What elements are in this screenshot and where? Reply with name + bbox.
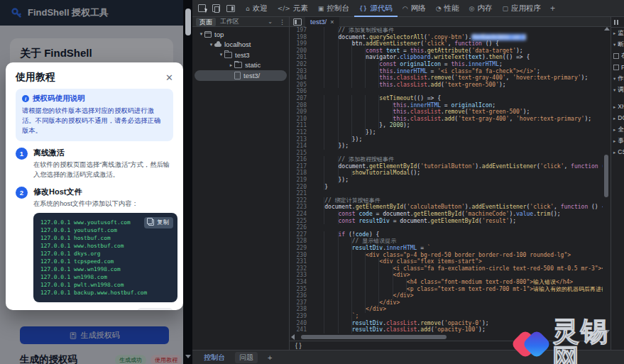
- line-number[interactable]: 207: [290, 95, 311, 102]
- hscrollbar-thumb[interactable]: [301, 335, 447, 339]
- devtools-tab-控制台[interactable]: ▣控制台: [313, 0, 354, 17]
- pause-icon[interactable]: [614, 20, 615, 25]
- devtools-tab-网络[interactable]: ◠网络: [398, 0, 431, 17]
- tree-item-localhost[interactable]: ▾localhost: [195, 40, 287, 50]
- line-number[interactable]: 239: [290, 313, 311, 320]
- scroll-up-icon[interactable]: [604, 27, 610, 31]
- line-number[interactable]: 216: [290, 156, 311, 163]
- sidebar-section-调用堆栈[interactable]: ▾调用堆栈: [611, 84, 624, 96]
- line-number[interactable]: 202: [290, 61, 311, 68]
- line-number[interactable]: 210: [290, 116, 311, 123]
- line-number[interactable]: 218: [290, 170, 311, 177]
- line-number[interactable]: 213: [290, 136, 311, 143]
- navigator-tab-page[interactable]: 页面: [196, 18, 216, 26]
- chevron-right-icon[interactable]: ▸: [613, 127, 615, 133]
- device-toolbar-icon[interactable]: [212, 4, 220, 12]
- devtools-tab-源代码[interactable]: {}源代码: [354, 0, 398, 17]
- more-tabs-button[interactable]: +: [546, 4, 559, 13]
- chevron-right-icon[interactable]: ▸: [613, 150, 615, 155]
- line-number[interactable]: 234: [290, 279, 311, 286]
- scroll-left-icon[interactable]: [291, 334, 295, 340]
- inspect-icon[interactable]: [198, 4, 206, 12]
- chevron-down-icon[interactable]: ▾: [613, 76, 615, 82]
- tree-item-static[interactable]: ▸static: [195, 60, 287, 71]
- sidebar-section-DOM 断点[interactable]: ▸DOM 断点: [611, 113, 624, 124]
- line-number[interactable]: 227: [290, 231, 311, 238]
- line-number[interactable]: 197: [290, 27, 311, 34]
- close-button[interactable]: 关闭: [137, 308, 173, 310]
- chevron-right-icon[interactable]: ▸: [613, 104, 615, 110]
- sidebar-section-事件监听器断点[interactable]: ▸事件监听器断点: [611, 136, 624, 147]
- line-number[interactable]: 221: [290, 190, 311, 197]
- close-icon[interactable]: ✕: [165, 73, 173, 82]
- tree-item-test3[interactable]: ▾test3: [195, 50, 287, 60]
- chevron-down-icon[interactable]: ▾: [208, 42, 214, 48]
- chevron-right-icon[interactable]: ▸: [613, 138, 615, 144]
- devtools-tab-应用程序[interactable]: ▢应用程序: [497, 0, 546, 17]
- close-tab-icon[interactable]: ×: [330, 18, 334, 26]
- page-scrollbar-thumb[interactable]: [185, 9, 191, 35]
- line-number[interactable]: 209: [290, 109, 311, 116]
- sidebar-section-Pause on caught exceptions[interactable]: Pause on caught exceptions: [611, 62, 624, 73]
- sidebar-section-作用域[interactable]: ▾作用域: [611, 73, 624, 84]
- line-number[interactable]: 236: [290, 292, 311, 299]
- chevron-down-icon[interactable]: ⌄: [268, 18, 273, 25]
- file-tab-test3[interactable]: test3/ ×: [305, 17, 339, 27]
- line-number[interactable]: 204: [290, 75, 311, 82]
- checkbox[interactable]: [613, 53, 619, 59]
- copy-button[interactable]: 复制: [144, 217, 173, 228]
- line-number[interactable]: 229: [290, 245, 311, 252]
- line-number[interactable]: 226: [290, 224, 311, 231]
- tree-item-top[interactable]: ▾top: [195, 29, 287, 40]
- line-number[interactable]: 200: [290, 48, 311, 55]
- chevron-right-icon[interactable]: ▸: [613, 31, 615, 36]
- drawer-more-button[interactable]: +: [268, 353, 272, 362]
- vscrollbar-thumb[interactable]: [604, 155, 608, 197]
- chevron-down-icon[interactable]: ▾: [218, 52, 224, 57]
- line-number[interactable]: 232: [290, 265, 311, 272]
- line-number[interactable]: 201: [290, 54, 311, 61]
- sidebar-section-CSP 违规断点[interactable]: ▸CSP 违规断点: [611, 147, 624, 158]
- line-number[interactable]: 220: [290, 184, 311, 191]
- sidebar-section-在未捕获的异常处暂停[interactable]: 在未捕获的异常处暂停: [611, 50, 624, 62]
- chevron-down-icon[interactable]: ▾: [613, 42, 615, 48]
- line-number[interactable]: 230: [290, 252, 311, 259]
- line-number[interactable]: 217: [290, 163, 311, 170]
- sidebar-section-断点[interactable]: ▾断点: [611, 39, 624, 50]
- line-number[interactable]: 205: [290, 82, 311, 89]
- line-number[interactable]: 215: [290, 150, 311, 157]
- chevron-right-icon[interactable]: ▸: [613, 116, 615, 121]
- line-number[interactable]: 222: [290, 197, 311, 204]
- chevron-right-icon[interactable]: ▸: [228, 62, 234, 68]
- line-number[interactable]: 240: [290, 320, 311, 327]
- chevron-down-icon[interactable]: ▾: [613, 87, 615, 93]
- checkbox[interactable]: [613, 65, 619, 70]
- drawer-tab-控制台[interactable]: 控制台: [204, 353, 225, 363]
- dock-icon[interactable]: [226, 5, 235, 12]
- devtools-tab-元素[interactable]: </>元素: [273, 0, 313, 17]
- devtools-tab-性能[interactable]: ◔性能: [431, 0, 464, 17]
- sidebar-section-监视[interactable]: ▸监视: [611, 28, 624, 39]
- line-number[interactable]: 241: [290, 326, 311, 333]
- line-number[interactable]: 224: [290, 211, 311, 218]
- line-number[interactable]: 235: [290, 286, 311, 293]
- kebab-menu-icon[interactable]: ⋮: [277, 18, 289, 26]
- line-number[interactable]: 206: [290, 88, 311, 95]
- line-number[interactable]: 214: [290, 143, 311, 150]
- line-number[interactable]: 211: [290, 122, 311, 129]
- line-number[interactable]: 228: [290, 238, 311, 245]
- line-number[interactable]: 208: [290, 102, 311, 109]
- scroll-down-icon[interactable]: [185, 355, 191, 358]
- line-number[interactable]: 198: [290, 34, 311, 41]
- chevron-down-icon[interactable]: ▾: [198, 31, 204, 37]
- line-number[interactable]: 225: [290, 218, 311, 225]
- drawer-tab-问题[interactable]: 问题: [235, 352, 258, 363]
- line-number[interactable]: 203: [290, 68, 311, 75]
- pretty-print-button[interactable]: { }: [295, 342, 302, 349]
- code-editor[interactable]: 197 // 添加复制按钮事件198 document.querySelecto…: [290, 27, 603, 333]
- line-number[interactable]: 233: [290, 272, 311, 279]
- navigator-tab-workspace[interactable]: 工作区: [220, 17, 239, 26]
- line-number[interactable]: 238: [290, 306, 311, 313]
- line-number[interactable]: 219: [290, 177, 311, 184]
- navigator-toggle-icon[interactable]: [293, 18, 302, 26]
